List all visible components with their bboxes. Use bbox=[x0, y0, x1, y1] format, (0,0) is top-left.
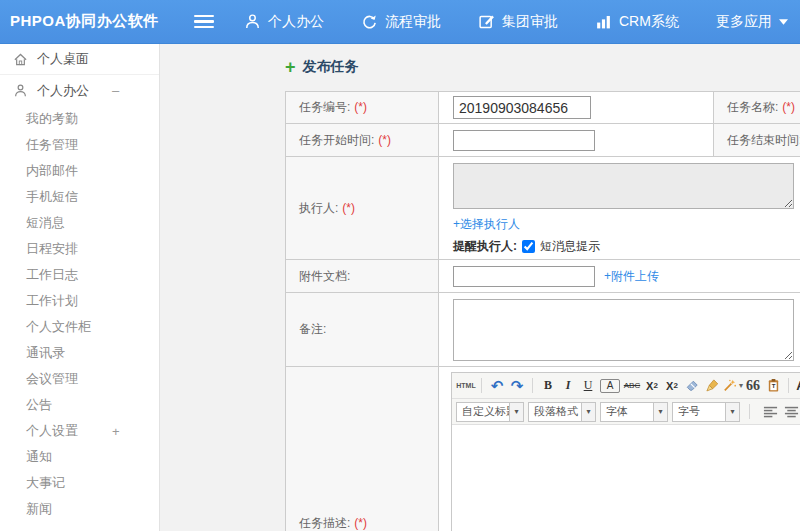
add-icon: + bbox=[285, 59, 296, 75]
sidebar-item-personal-office[interactable]: 个人办公 – bbox=[0, 75, 159, 106]
form-cell bbox=[439, 293, 800, 367]
expand-icon[interactable]: + bbox=[112, 424, 120, 439]
form-cell: +附件上传 bbox=[439, 260, 800, 293]
form-row-task-time: 任务开始时间:(*) 任务结束时间:(*) bbox=[286, 124, 800, 157]
blockquote-button[interactable]: 66 bbox=[743, 376, 763, 396]
font-style-button[interactable]: A bbox=[600, 379, 620, 393]
form-cell: 任务名称:(*) bbox=[714, 92, 800, 124]
attachment-label: 附件文档: bbox=[299, 269, 350, 283]
subscript-button[interactable]: X2 bbox=[662, 376, 682, 396]
underline-button[interactable]: U bbox=[578, 376, 598, 396]
task-form: 任务编号:(*) 任务名称:(*) 任务开始时间:(*) bbox=[285, 91, 800, 531]
form-cell: HTML ↶ ↷ B I U A ABC bbox=[439, 367, 800, 531]
nav-group-approval[interactable]: 集团审批 bbox=[478, 13, 558, 31]
form-row-description: 任务描述:(*) HTML ↶ ↷ bbox=[286, 367, 800, 531]
nav-more-apps[interactable]: 更多应用 bbox=[716, 13, 788, 31]
user-icon bbox=[244, 13, 261, 30]
sidebar-subitem[interactable]: 公告 bbox=[0, 392, 159, 418]
form-cell: 备注: bbox=[286, 293, 439, 367]
bold-button[interactable]: B bbox=[538, 376, 558, 396]
end-time-label: 任务结束时间: bbox=[727, 133, 800, 147]
nav-workflow-approval[interactable]: 流程审批 bbox=[361, 13, 441, 31]
align-left-icon[interactable] bbox=[761, 403, 779, 421]
superscript-button[interactable]: X2 bbox=[642, 376, 662, 396]
caret-down-icon: ▾ bbox=[509, 403, 523, 421]
sidebar-item-desktop[interactable]: 个人桌面 bbox=[0, 44, 159, 75]
alignment-buttons bbox=[761, 403, 800, 421]
form-cell: 执行人:(*) bbox=[286, 157, 439, 260]
form-cell: 附件文档: bbox=[286, 260, 439, 293]
eraser-icon[interactable] bbox=[682, 376, 702, 396]
remark-textarea[interactable] bbox=[453, 299, 794, 361]
form-cell: 任务开始时间:(*) bbox=[286, 124, 439, 157]
caret-down-icon: ▾ bbox=[725, 403, 739, 421]
sidebar-submenu: 我的考勤 任务管理 内部邮件 手机短信 bbox=[0, 106, 159, 522]
required-mark: (*) bbox=[782, 100, 795, 114]
sidebar-subitem[interactable]: 通讯录 bbox=[0, 340, 159, 366]
choose-executor-link[interactable]: +选择执行人 bbox=[453, 217, 520, 231]
form-cell: +选择执行人 提醒执行人: 短消息提示 bbox=[439, 157, 800, 260]
task-no-label: 任务编号: bbox=[299, 100, 350, 114]
sidebar-subitem[interactable]: 内部邮件 bbox=[0, 158, 159, 184]
description-label: 任务描述: bbox=[299, 516, 350, 530]
collapse-icon[interactable]: – bbox=[112, 83, 119, 98]
sidebar-subitem[interactable]: 工作计划 bbox=[0, 288, 159, 314]
font-size-select[interactable]: 字号 ▾ bbox=[672, 402, 740, 422]
sidebar-subitem[interactable]: 个人文件柜 bbox=[0, 314, 159, 340]
nav-crm-system[interactable]: CRM系统 bbox=[595, 13, 679, 31]
remark-label: 备注: bbox=[299, 322, 326, 336]
main-content: + 发布任务 任务编号:(*) 任务名称:(*) bbox=[160, 44, 800, 531]
sidebar-subitem[interactable]: 工作日志 bbox=[0, 262, 159, 288]
menu-toggle-icon[interactable] bbox=[194, 12, 214, 32]
required-mark: (*) bbox=[354, 100, 367, 114]
svg-text:T: T bbox=[771, 382, 775, 389]
font-color-button[interactable]: A▾ bbox=[794, 376, 800, 396]
align-center-icon[interactable] bbox=[782, 403, 800, 421]
top-bar: PHPOA协同办公软件 个人办公 流程审批 集团审批 CRM系统 更多应用 bbox=[0, 0, 800, 44]
sidebar-subitem[interactable]: 任务管理 bbox=[0, 132, 159, 158]
app-window: PHPOA协同办公软件 个人办公 流程审批 集团审批 CRM系统 更多应用 bbox=[0, 0, 800, 531]
nav-personal-office[interactable]: 个人办公 bbox=[244, 13, 324, 31]
paragraph-format-select[interactable]: 段落格式 ▾ bbox=[528, 402, 596, 422]
sidebar-subitem[interactable]: 会议管理 bbox=[0, 366, 159, 392]
form-row-executor: 执行人:(*) +选择执行人 提醒执行人: 短消息提示 bbox=[286, 157, 800, 260]
italic-button[interactable]: I bbox=[558, 376, 578, 396]
required-mark: (*) bbox=[378, 133, 391, 147]
attachment-upload-link[interactable]: +附件上传 bbox=[604, 268, 659, 285]
form-row-remark: 备注: bbox=[286, 293, 800, 367]
redo-icon[interactable]: ↷ bbox=[507, 376, 527, 396]
executor-label: 执行人: bbox=[299, 201, 338, 215]
sidebar-subitem[interactable]: 短消息 bbox=[0, 210, 159, 236]
sidebar-subitem[interactable]: 我的考勤 bbox=[0, 106, 159, 132]
editor-toolbar-top: HTML ↶ ↷ B I U A ABC bbox=[452, 373, 800, 399]
attachment-input[interactable] bbox=[453, 266, 595, 287]
sidebar-subitem[interactable]: 日程安排 bbox=[0, 236, 159, 262]
form-row-task-number: 任务编号:(*) 任务名称:(*) bbox=[286, 92, 800, 124]
sidebar: 个人桌面 个人办公 – 我的考勤 任务管理 bbox=[0, 44, 160, 531]
caret-down-icon: ▾ bbox=[653, 403, 667, 421]
sidebar-subitem[interactable]: 新闻 bbox=[0, 496, 159, 522]
page-title-row: + 发布任务 bbox=[285, 56, 800, 78]
strikethrough-button[interactable]: ABC bbox=[622, 376, 642, 396]
editor-content-area[interactable] bbox=[452, 425, 800, 531]
top-navigation: 个人办公 流程审批 集团审批 CRM系统 更多应用 bbox=[244, 13, 788, 31]
heading-select[interactable]: 自定义标题 ▾ bbox=[456, 402, 524, 422]
font-family-select[interactable]: 字体 ▾ bbox=[600, 402, 668, 422]
sms-option-label: 短消息提示 bbox=[540, 238, 600, 255]
sms-remind-checkbox[interactable] bbox=[522, 240, 535, 253]
editor-html-source-button[interactable]: HTML bbox=[456, 376, 476, 396]
start-time-input[interactable] bbox=[453, 130, 595, 151]
sidebar-subitem[interactable]: 个人设置 + bbox=[0, 418, 159, 444]
magic-wand-icon[interactable]: ▾ bbox=[722, 376, 743, 396]
required-mark: (*) bbox=[342, 201, 355, 215]
task-no-input[interactable] bbox=[453, 96, 591, 119]
sidebar-subitem[interactable]: 通知 bbox=[0, 444, 159, 470]
sidebar-subitem[interactable]: 手机短信 bbox=[0, 184, 159, 210]
executor-textarea[interactable] bbox=[453, 163, 794, 209]
format-brush-icon[interactable] bbox=[702, 376, 722, 396]
undo-icon[interactable]: ↶ bbox=[487, 376, 507, 396]
paste-text-icon[interactable]: T bbox=[763, 376, 783, 396]
app-logo: PHPOA协同办公软件 bbox=[0, 12, 180, 31]
edit-icon bbox=[478, 13, 495, 30]
sidebar-subitem[interactable]: 大事记 bbox=[0, 470, 159, 496]
